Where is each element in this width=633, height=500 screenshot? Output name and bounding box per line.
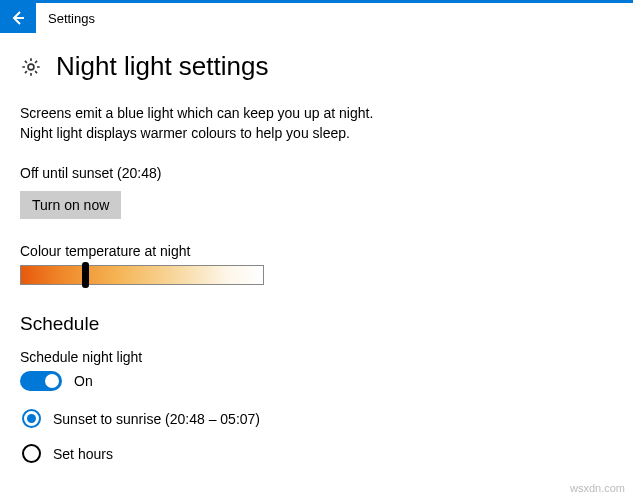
schedule-toggle[interactable] <box>20 371 62 391</box>
radio-inner-dot <box>27 414 36 423</box>
radio-icon-selected <box>22 409 41 428</box>
toggle-knob <box>45 374 59 388</box>
schedule-toggle-row: On <box>20 371 613 391</box>
toggle-state-label: On <box>74 373 93 389</box>
gear-icon <box>20 56 42 78</box>
turn-on-button[interactable]: Turn on now <box>20 191 121 219</box>
schedule-heading: Schedule <box>20 313 613 335</box>
radio-sunset-to-sunrise[interactable]: Sunset to sunrise (20:48 – 05:07) <box>22 409 613 428</box>
svg-point-0 <box>28 64 34 70</box>
content-pane: Night light settings Screens emit a blue… <box>0 33 633 463</box>
back-arrow-icon <box>10 10 26 26</box>
back-button[interactable] <box>0 3 36 33</box>
watermark: wsxdn.com <box>570 482 625 494</box>
color-temperature-slider[interactable] <box>20 265 264 285</box>
radio-label-sunset: Sunset to sunrise (20:48 – 05:07) <box>53 411 260 427</box>
page-description: Screens emit a blue light which can keep… <box>20 104 400 143</box>
radio-icon-unselected <box>22 444 41 463</box>
window-header: Settings <box>0 3 633 33</box>
status-text: Off until sunset (20:48) <box>20 165 613 181</box>
slider-track <box>20 265 264 285</box>
schedule-label: Schedule night light <box>20 349 613 365</box>
radio-label-set-hours: Set hours <box>53 446 113 462</box>
radio-set-hours[interactable]: Set hours <box>22 444 613 463</box>
slider-thumb[interactable] <box>82 262 89 288</box>
color-temp-label: Colour temperature at night <box>20 243 613 259</box>
title-row: Night light settings <box>20 51 613 82</box>
page-title: Night light settings <box>56 51 268 82</box>
app-title: Settings <box>36 11 95 26</box>
